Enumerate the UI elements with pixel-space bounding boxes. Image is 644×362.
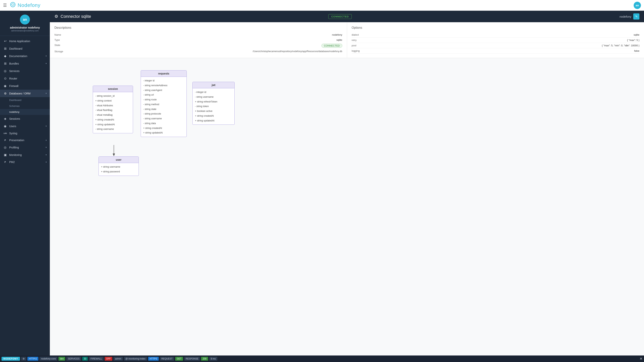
entity-field: - vitual Attributes — [95, 103, 130, 108]
entity-field: - string remoteAddress — [143, 83, 184, 88]
schema-area: session - string session_id + string con… — [50, 58, 644, 356]
opt-value-logging: false — [634, 49, 640, 52]
bundles-icon: ⊞ — [3, 62, 7, 65]
sidebar-item-label: Monitoring — [9, 153, 46, 156]
sidebar-item-users[interactable]: ◉ Users ▾ — [0, 122, 50, 130]
sidebar: an administrator nodefony administrator@… — [0, 11, 50, 356]
firewall-icon: ◉ — [3, 84, 7, 88]
entity-requests: requests - integer id - string remoteAdd… — [141, 70, 187, 137]
opt-label-retry: retry — [352, 39, 357, 41]
sidebar-item-label: Documentation — [9, 55, 46, 58]
status-env[interactable]: dev — [58, 357, 65, 361]
sidebar-item-pm2[interactable]: P PM2 ▾ — [0, 159, 50, 165]
chevron-down-icon: ▾ — [46, 125, 47, 127]
entity-requests-header: requests — [141, 70, 186, 77]
user-avatar[interactable]: an — [634, 2, 641, 9]
home-icon: ↩ — [3, 39, 7, 43]
sidebar-item-services[interactable]: ◎ Services — [0, 67, 50, 75]
router-icon: ⊙ — [3, 77, 7, 80]
entity-field: + string createdAt — [143, 126, 184, 131]
users-icon: ◉ — [3, 124, 7, 128]
entity-field: - string username — [95, 127, 130, 132]
sidebar-username: administrator nodefony — [10, 26, 40, 29]
syslog-icon: LOG — [3, 132, 7, 134]
sidebar-item-label: PM2 — [9, 160, 46, 164]
desc-value-state: CONNECTED — [74, 44, 342, 48]
status-http[interactable]: HTTP/2 — [28, 357, 38, 361]
chevron-down-icon: ▾ — [46, 62, 47, 65]
status-response-code[interactable]: 200 — [201, 357, 208, 361]
entity-requests-fields: - integer id - string remoteAddress - st… — [141, 77, 186, 137]
presentation-icon: P — [3, 139, 7, 141]
opt-value-dialect: sqlite — [634, 33, 640, 36]
sidebar-subitem-db-dashboard[interactable]: Dashboard — [0, 97, 50, 103]
entity-field: - string token — [195, 104, 232, 109]
status-core[interactable]: nodefony-core — [40, 357, 57, 361]
sidebar-item-profiling[interactable]: ◎ Profiling ▾ — [0, 144, 50, 151]
status-firewall-label[interactable]: FIREWALL — [89, 357, 104, 361]
entity-field: - string url — [143, 92, 184, 97]
sidebar-item-documentation[interactable]: ◆ Documentation ▾ — [0, 52, 50, 60]
sidebar-item-label: Services — [9, 69, 47, 73]
entity-user-fields: + string username + string password — [99, 163, 138, 176]
status-response-label[interactable]: RESPONSE — [184, 357, 200, 361]
monitoring-icon: ▣ — [3, 153, 7, 157]
connector-db-icon[interactable]: ✎ — [633, 13, 640, 19]
sidebar-item-router[interactable]: ⊙ Router — [0, 75, 50, 82]
sidebar-item-home-application[interactable]: ↩ Home Application — [0, 37, 50, 45]
sidebar-item-presentation[interactable]: P Presentation ▾ — [0, 137, 50, 144]
status-method[interactable]: GET — [175, 357, 183, 361]
sidebar-item-monitoring[interactable]: ▣ Monitoring ▾ — [0, 151, 50, 159]
sidebar-item-syslog[interactable]: LOG Syslog — [0, 130, 50, 137]
sidebar-item-dashboard[interactable]: ⊞ Dashboard — [0, 45, 50, 52]
status-firewall-off[interactable]: OFF — [105, 357, 112, 361]
sidebar-item-databases-orm[interactable]: ⊚ Databases / ORM ▾ — [0, 90, 50, 97]
dashboard-icon: ⊞ — [3, 47, 7, 50]
status-https[interactable]: HTTPS — [148, 357, 159, 361]
desc-value-storage: /Users/christophecamensuli/repository/no… — [74, 50, 342, 53]
entity-field: - string method — [143, 102, 184, 107]
sidebar-subitem-nodefony[interactable]: nodefony — [0, 109, 50, 115]
sidebar-email: administrator@nodefony.com — [11, 29, 38, 32]
connector-header: ⚙ Connector sqlite CONNECTED nodefony ✎ — [50, 11, 644, 22]
sidebar-item-label: Presentation — [9, 139, 46, 142]
desc-value-type: sqlite — [74, 38, 342, 41]
entity-field: + string context — [95, 98, 130, 103]
desc-label-type: Type — [54, 38, 74, 41]
connector-icon: ⚙ — [54, 14, 58, 19]
options-section: Options dialect sqlite retry { "max": 5 … — [347, 22, 644, 58]
status-brand[interactable]: NODEFONY — [2, 357, 20, 361]
status-settings[interactable]: ⚙ — [21, 357, 26, 361]
status-request-label[interactable]: REQUEST — [160, 357, 174, 361]
status-response-time[interactable]: 8 ms — [209, 357, 217, 361]
status-admin[interactable]: admin — [114, 357, 123, 361]
entity-field: - string userAgent — [143, 88, 184, 93]
sidebar-item-firewall[interactable]: ◉ Firewall — [0, 82, 50, 90]
status-route[interactable]: @ monitoring-index — [124, 357, 147, 361]
connected-status-badge: CONNECTED — [328, 14, 352, 19]
entity-field: - string session_id — [95, 94, 130, 98]
entity-field: + string createdAt — [95, 117, 130, 122]
sidebar-item-bundles[interactable]: ⊞ Bundles ▾ — [0, 60, 50, 67]
main-layout: an administrator nodefony administrator@… — [0, 11, 644, 356]
status-services-count[interactable]: 33 — [82, 357, 88, 361]
opt-label-logging: logging — [352, 49, 360, 52]
option-row-pool: pool { "max": 5, "min": 0, "idle": 10000… — [352, 43, 640, 48]
sidebar-subitem-schemas[interactable]: Schemas — [0, 103, 50, 109]
opt-label-dialect: dialect — [352, 33, 359, 36]
sidebar-item-sessions[interactable]: ◈ Sessions — [0, 115, 50, 122]
entity-field: + string updatedAt — [95, 122, 130, 127]
entity-field: - string state — [143, 107, 184, 112]
hamburger-menu[interactable]: ☰ — [3, 3, 7, 8]
opt-label-pool: pool — [352, 44, 356, 47]
statusbar: NODEFONY ⚙ HTTP/2 nodefony-core dev SERV… — [0, 356, 644, 362]
brand-name: Nodefony — [18, 2, 40, 8]
connector-db-name: nodefony — [620, 15, 631, 18]
entity-session: session - string session_id + string con… — [93, 86, 133, 133]
schema-diagram: session - string session_id + string con… — [54, 63, 227, 187]
status-services-label[interactable]: SERVICES — [66, 357, 81, 361]
chevron-down-icon: ▾ — [46, 146, 47, 149]
entity-jwt: jwt - integer id - string username + str… — [192, 82, 234, 125]
chevron-down-icon: ▾ — [46, 55, 47, 57]
statusbar-close[interactable]: ✕ — [640, 357, 642, 361]
